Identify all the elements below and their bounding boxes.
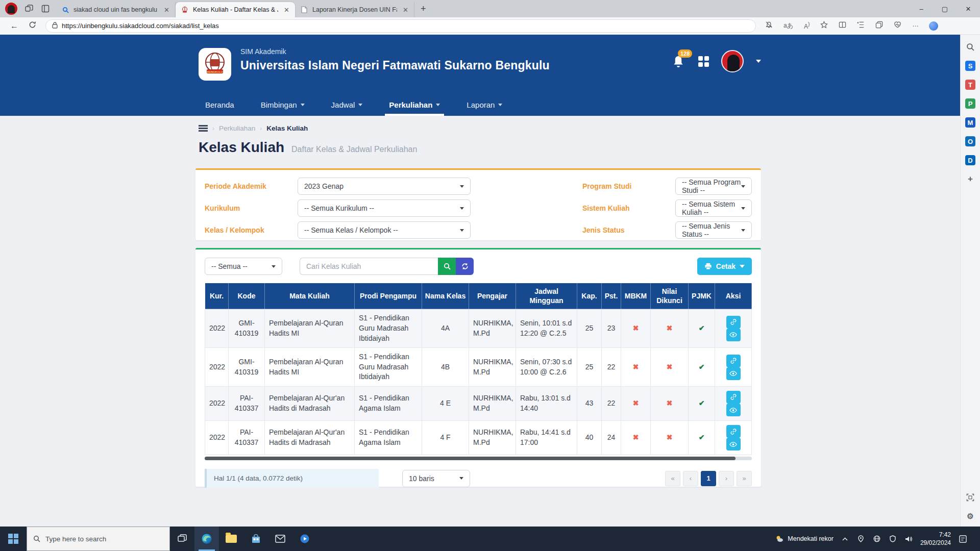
page-next-button[interactable]: ›: [719, 471, 734, 486]
window-maximize-button[interactable]: ▢: [933, 0, 957, 17]
favorite-star-icon[interactable]: [820, 21, 828, 31]
page-size-select[interactable]: 10 baris: [402, 470, 470, 487]
view-class-button[interactable]: [726, 438, 741, 450]
refresh-button[interactable]: [23, 21, 41, 31]
sidebar-search-icon[interactable]: [965, 42, 975, 52]
breadcrumb-perkuliahan[interactable]: Perkuliahan: [219, 124, 255, 132]
apps-grid-icon[interactable]: [698, 56, 709, 67]
link-class-button[interactable]: [726, 425, 741, 438]
kurikulum-select[interactable]: -- Semua Kurikulum --: [298, 199, 471, 217]
tab-laporan-kinerja[interactable]: Laporan Kinerja Dosen UIN Fatm ✕: [295, 2, 414, 17]
tab-close-icon[interactable]: ✕: [401, 6, 410, 14]
page-first-button[interactable]: «: [665, 471, 680, 486]
periode-akademik-select[interactable]: 2023 Genap: [298, 178, 471, 195]
tray-volume-icon[interactable]: [904, 535, 913, 543]
link-class-button[interactable]: [726, 391, 741, 404]
tray-chevron-up-icon[interactable]: [841, 535, 849, 543]
notifications-bell-icon[interactable]: 128: [672, 54, 686, 68]
translate-icon[interactable]: aあ: [783, 21, 793, 30]
horizontal-scrollbar[interactable]: [205, 457, 752, 460]
chevron-down-icon: [460, 185, 464, 188]
chain-link-icon: [730, 428, 737, 435]
search-favicon-icon: [61, 6, 69, 14]
view-class-button[interactable]: [726, 367, 741, 380]
collections-icon[interactable]: [875, 21, 883, 31]
sidebar-onedrive-icon[interactable]: D: [965, 155, 975, 165]
tab-close-icon[interactable]: ✕: [282, 6, 291, 14]
scope-select[interactable]: -- Semua --: [205, 258, 282, 275]
settings-more-icon[interactable]: ⋯: [912, 22, 918, 30]
sidebar-contacts-icon[interactable]: P: [965, 98, 975, 109]
vertical-tabs-icon[interactable]: [41, 4, 50, 13]
kelas-kelompok-select[interactable]: -- Semua Kelas / Kelompok --: [298, 221, 471, 239]
taskbar-edge-icon[interactable]: [194, 527, 219, 551]
nav-beranda[interactable]: Beranda: [192, 94, 248, 116]
tab-title: Laporan Kinerja Dosen UIN Fatm: [312, 6, 397, 13]
user-avatar[interactable]: [721, 50, 744, 72]
new-tab-button[interactable]: +: [414, 4, 432, 14]
page-last-button[interactable]: »: [737, 471, 752, 486]
nav-bimbingan[interactable]: Bimbingan: [248, 94, 318, 116]
notifications-blocked-icon[interactable]: [765, 21, 773, 31]
view-class-button[interactable]: [726, 404, 741, 416]
window-close-button[interactable]: ✕: [957, 0, 980, 17]
action-center-icon[interactable]: [959, 535, 967, 543]
link-class-button[interactable]: [726, 316, 741, 329]
tab-kelas-kuliah[interactable]: Kelas Kuliah - Daftar Kelas & Jad ✕: [176, 2, 295, 17]
taskbar-store-icon[interactable]: [243, 527, 268, 551]
reset-button[interactable]: [456, 258, 474, 275]
sidebar-settings-gear-icon[interactable]: ⚙: [965, 511, 975, 521]
browser-profile-avatar[interactable]: [5, 3, 17, 15]
task-view-button[interactable]: [170, 527, 194, 551]
copilot-icon[interactable]: [929, 21, 938, 31]
workspaces-icon[interactable]: [24, 4, 34, 13]
taskbar-search[interactable]: Type here to search: [27, 527, 170, 551]
taskbar-file-explorer-icon[interactable]: [219, 527, 243, 551]
split-screen-icon[interactable]: [839, 21, 846, 31]
nav-laporan[interactable]: Laporan: [453, 94, 516, 116]
tab-close-icon[interactable]: ✕: [162, 6, 171, 14]
back-button[interactable]: ←: [5, 21, 23, 31]
cell-kapasitas: 25: [577, 309, 602, 348]
page-prev-button[interactable]: ‹: [683, 471, 698, 486]
window-minimize-button[interactable]: –: [910, 0, 933, 17]
tray-location-icon[interactable]: [857, 535, 865, 543]
tray-network-icon[interactable]: [873, 535, 881, 543]
cell-pengajar: NURHIKMA, M.Pd: [469, 386, 516, 420]
url-bar[interactable]: https://uinbengkulu.siakadcloud.com/siak…: [45, 19, 756, 33]
profile-caret-icon[interactable]: [756, 60, 761, 63]
favorites-bar-icon[interactable]: [857, 21, 865, 31]
browser-essentials-icon[interactable]: [894, 21, 901, 31]
read-aloud-icon[interactable]: A): [804, 21, 810, 30]
sidebar-outlook-icon[interactable]: O: [965, 136, 975, 146]
page-1-button[interactable]: 1: [701, 471, 716, 486]
nav-perkuliahan[interactable]: Perkuliahan: [376, 94, 453, 116]
sidebar-office-icon[interactable]: M: [965, 117, 975, 128]
scrollbar-thumb[interactable]: [205, 457, 736, 460]
search-input[interactable]: [300, 258, 438, 275]
sidebar-add-icon[interactable]: +: [965, 174, 975, 184]
start-button[interactable]: [0, 527, 27, 551]
jenis-status-select[interactable]: -- Semua Jenis Status --: [675, 221, 752, 239]
tray-security-shield-icon[interactable]: [889, 535, 897, 543]
taskbar-mail-icon[interactable]: [268, 527, 292, 551]
search-button[interactable]: [438, 258, 456, 275]
url-text: https://uinbengkulu.siakadcloud.com/siak…: [62, 22, 219, 30]
nav-jadwal[interactable]: Jadwal: [318, 94, 376, 116]
chevron-down-icon: [741, 185, 745, 188]
view-class-button[interactable]: [726, 329, 741, 341]
sidebar-shopping-icon[interactable]: S: [965, 61, 975, 71]
filter-label-jenis-status: Jenis Status: [582, 226, 675, 234]
filter-label-kelas-kelompok: Kelas / Kelompok: [205, 226, 298, 234]
taskbar-media-player-icon[interactable]: [292, 527, 317, 551]
sistem-kuliah-select[interactable]: -- Semua Sistem Kuliah --: [675, 199, 752, 217]
cetak-button[interactable]: Cetak: [697, 258, 752, 275]
tab-siakad-search[interactable]: siakad cloud uin fas bengkulu - S ✕: [56, 2, 176, 17]
program-studi-select[interactable]: -- Semua Program Studi --: [675, 178, 752, 195]
link-class-button[interactable]: [726, 355, 741, 367]
sidebar-toolbox-icon[interactable]: T: [965, 80, 975, 90]
taskbar-news-widget[interactable]: Mendekati rekor: [775, 535, 834, 543]
menu-hamburger-icon[interactable]: [199, 125, 208, 132]
sidebar-screenshot-icon[interactable]: [965, 492, 975, 503]
taskbar-clock[interactable]: 7:42 29/02/2024: [920, 531, 951, 547]
